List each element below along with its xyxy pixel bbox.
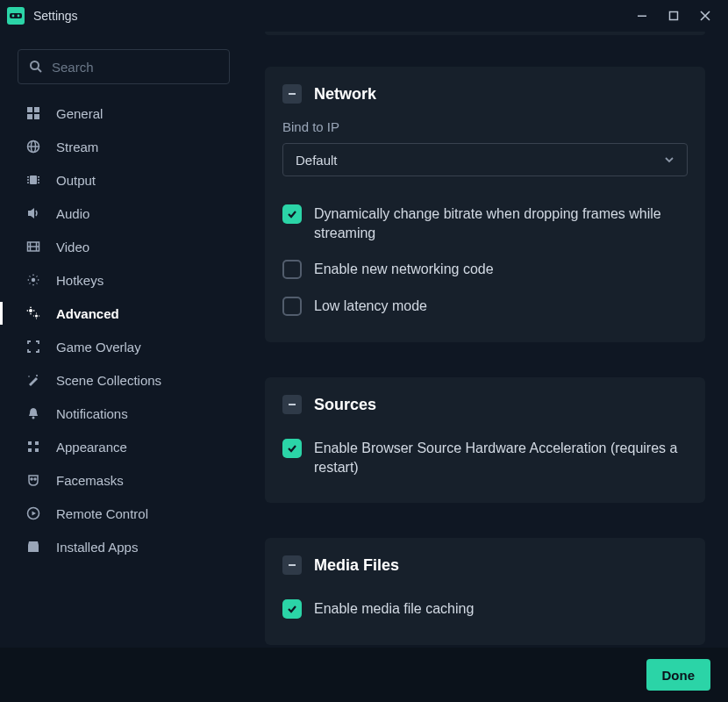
store-icon — [25, 540, 42, 554]
section-title: Network — [314, 85, 376, 104]
svg-rect-8 — [34, 107, 39, 112]
checkbox-media-caching[interactable]: Enable media file caching — [282, 591, 688, 627]
checkbox-low-latency[interactable]: Low latency mode — [282, 288, 688, 325]
svg-rect-15 — [27, 176, 29, 178]
sidebar-item-label: Installed Apps — [56, 540, 138, 555]
bind-ip-select[interactable]: Default — [282, 143, 688, 176]
sidebar-item-game-overlay[interactable]: Game Overlay — [0, 330, 247, 363]
checkbox-dynamic-bitrate[interactable]: Dynamically change bitrate when dropping… — [282, 196, 688, 251]
speaker-icon — [25, 206, 42, 220]
svg-point-28 — [36, 375, 38, 376]
sidebar-item-label: Remote Control — [56, 506, 148, 521]
sidebar-item-label: Hotkeys — [56, 273, 103, 288]
sidebar-item-output[interactable]: Output — [0, 163, 247, 197]
sidebar-item-label: Output — [56, 173, 96, 188]
search-icon — [29, 60, 43, 74]
checkbox-icon — [282, 204, 302, 224]
svg-point-36 — [34, 478, 36, 480]
section-title: Media Files — [314, 556, 399, 575]
section-title: Sources — [314, 396, 376, 414]
svg-point-2 — [18, 15, 20, 18]
done-button[interactable]: Done — [646, 659, 711, 691]
globe-icon — [25, 140, 42, 154]
search-input-wrapper[interactable] — [18, 49, 230, 84]
sidebar-item-label: Advanced — [56, 306, 119, 321]
checkbox-browser-hw-accel[interactable]: Enable Browser Source Hardware Accelerat… — [282, 430, 688, 485]
svg-point-35 — [31, 478, 32, 480]
sidebar-item-label: General — [56, 106, 103, 121]
bell-icon — [25, 406, 42, 420]
play-circle-icon — [25, 506, 42, 520]
checkbox-label: Enable media file caching — [314, 599, 474, 619]
checkbox-icon — [282, 439, 302, 458]
svg-point-25 — [32, 278, 35, 282]
gear-icon — [25, 273, 42, 287]
bind-ip-value: Default — [296, 153, 338, 168]
svg-point-1 — [12, 15, 15, 18]
close-button[interactable] — [689, 3, 721, 29]
chevron-down-icon — [664, 154, 674, 165]
checkbox-label: Dynamically change bitrate when dropping… — [314, 204, 688, 242]
expand-icon — [25, 340, 42, 354]
sidebar-item-scene-collections[interactable]: Scene Collections — [0, 363, 247, 397]
film-icon — [25, 240, 42, 254]
grid-icon — [25, 106, 42, 120]
network-section: Network Bind to IP Default Dynamically c… — [265, 67, 705, 342]
svg-rect-31 — [28, 441, 32, 445]
footer: Done — [0, 648, 728, 702]
sidebar-item-hotkeys[interactable]: Hotkeys — [0, 263, 247, 297]
sidebar: General Stream Output Audio Video Hotkey… — [0, 32, 247, 648]
svg-point-26 — [29, 309, 32, 312]
sidebar-item-label: Video — [56, 240, 89, 254]
svg-rect-7 — [27, 107, 32, 112]
sidebar-item-label: Facemasks — [56, 473, 124, 488]
svg-rect-16 — [27, 179, 29, 181]
sidebar-item-installed-apps[interactable]: Installed Apps — [0, 530, 247, 563]
svg-rect-9 — [27, 114, 32, 119]
sidebar-item-general[interactable]: General — [0, 97, 247, 130]
chip-icon — [25, 173, 42, 187]
sidebar-item-advanced[interactable]: Advanced — [0, 297, 247, 330]
collapse-button-media[interactable] — [282, 555, 302, 575]
svg-rect-33 — [28, 448, 32, 452]
svg-point-30 — [32, 417, 35, 419]
svg-rect-32 — [35, 441, 39, 445]
checkbox-label: Enable Browser Source Hardware Accelerat… — [314, 439, 688, 476]
sidebar-nav: General Stream Output Audio Video Hotkey… — [0, 97, 247, 563]
svg-rect-19 — [38, 179, 39, 181]
svg-rect-4 — [670, 12, 678, 20]
search-input[interactable] — [52, 60, 218, 75]
svg-line-6 — [38, 68, 41, 72]
previous-section-tail — [265, 32, 705, 35]
minimize-button[interactable] — [626, 3, 658, 29]
sidebar-item-appearance[interactable]: Appearance — [0, 430, 247, 463]
svg-point-5 — [31, 61, 39, 69]
collapse-button-sources[interactable] — [282, 395, 302, 414]
sidebar-item-audio[interactable]: Audio — [0, 197, 247, 230]
sidebar-item-stream[interactable]: Stream — [0, 130, 247, 163]
svg-point-29 — [28, 376, 30, 377]
sidebar-item-notifications[interactable]: Notifications — [0, 397, 247, 430]
checkbox-label: Enable new networking code — [314, 260, 494, 279]
sidebar-item-video[interactable]: Video — [0, 230, 247, 263]
maximize-button[interactable] — [658, 3, 689, 29]
sources-section: Sources Enable Browser Source Hardware A… — [265, 377, 705, 503]
svg-rect-40 — [289, 564, 296, 566]
sidebar-item-label: Game Overlay — [56, 340, 141, 355]
content-pane: Network Bind to IP Default Dynamically c… — [247, 32, 728, 648]
magic-icon — [25, 373, 42, 387]
bind-ip-label: Bind to IP — [282, 119, 688, 134]
media-files-section: Media Files Enable media file caching — [265, 538, 705, 645]
sidebar-item-label: Notifications — [56, 406, 128, 421]
sidebar-item-facemasks[interactable]: Facemasks — [0, 463, 247, 497]
checkbox-icon — [282, 599, 302, 619]
checkbox-icon — [282, 297, 302, 316]
window-title: Settings — [33, 9, 78, 23]
svg-rect-38 — [289, 93, 296, 95]
svg-rect-10 — [34, 114, 39, 119]
collapse-button-network[interactable] — [282, 84, 302, 104]
checkbox-new-networking[interactable]: Enable new networking code — [282, 251, 688, 288]
sidebar-item-remote-control[interactable]: Remote Control — [0, 497, 247, 530]
svg-rect-0 — [10, 13, 22, 18]
gears-icon — [25, 305, 42, 321]
